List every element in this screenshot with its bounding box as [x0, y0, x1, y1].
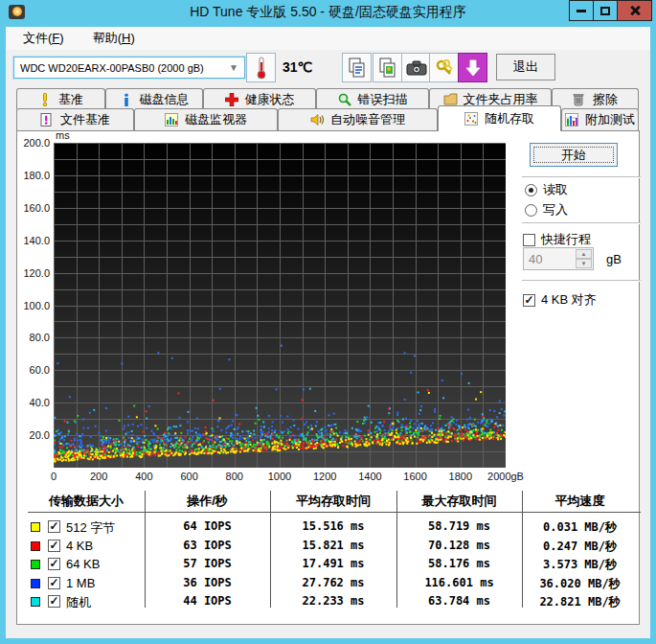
chevron-down-icon: ▼ — [229, 62, 238, 73]
random-access-panel: ms 20.040.060.080.0100.0120.0140.0160.01… — [16, 130, 640, 625]
series-checkbox[interactable]: ✓ — [48, 595, 60, 608]
folder-usage-icon — [443, 93, 459, 106]
chart-plot-area: ms 20.040.060.080.0100.0120.0140.0160.01… — [54, 143, 506, 468]
column-header: 操作/秒 — [145, 493, 270, 510]
screenshot-button[interactable] — [401, 53, 431, 82]
tab-label: 附加测试 — [585, 111, 635, 128]
series-color-swatch — [31, 560, 40, 569]
download-arrow-icon — [464, 59, 482, 77]
save-results-button[interactable] — [458, 53, 487, 82]
copy-image-icon — [378, 58, 397, 79]
temperature-button[interactable] — [246, 53, 276, 82]
title-bar: HD Tune 专业版 5.50 - 硬盘/固态硬盘实用程序 — [0, 0, 656, 27]
series-label: 64 KB — [66, 557, 100, 571]
x-tick-label: 2000gB — [475, 471, 536, 482]
cell-max: 116.601 ms — [396, 576, 522, 589]
radio-icon — [525, 204, 537, 217]
tab-label: 错误扫描 — [358, 91, 408, 108]
spin-up-button[interactable]: ▲ — [576, 249, 592, 259]
drive-select-value: WDC WD20EARX-00PASB0 (2000 gB) — [20, 62, 204, 74]
tab-benchmark[interactable]: 基准 — [16, 88, 105, 109]
copy-text-button[interactable] — [342, 53, 372, 82]
tab-strip: 基准磁盘信息健康状态错误扫描文件夹占用率擦除 文件基准磁盘监视器自动噪音管理随机… — [6, 86, 650, 130]
series-label: 512 字节 — [66, 519, 115, 537]
tab-extra-tests[interactable]: 附加测试 — [561, 108, 639, 130]
tab-disk-info[interactable]: 磁盘信息 — [105, 88, 203, 109]
table-row: ✓512 字节64 IOPS15.516 ms58.719 ms0.031 MB… — [17, 518, 641, 537]
tab-label: 基准 — [58, 91, 83, 108]
options-button[interactable] — [429, 53, 459, 82]
tab-label: 擦除 — [593, 91, 618, 108]
column-header: 最大存取时间 — [396, 493, 522, 510]
cell-speed: 22.821 MB/秒 — [522, 594, 638, 610]
aam-icon — [310, 113, 326, 126]
series-label: 1 MB — [66, 576, 95, 590]
tab-health[interactable]: 健康状态 — [203, 88, 316, 109]
column-header: 平均存取时间 — [270, 493, 396, 510]
tab-erase[interactable]: 擦除 — [552, 88, 639, 109]
short-stroke-checkbox[interactable]: 快捷行程 — [523, 231, 591, 248]
series-checkbox[interactable]: ✓ — [48, 520, 60, 533]
minimize-button[interactable] — [569, 0, 594, 21]
tab-label: 随机存取 — [485, 110, 534, 127]
y-tick-label: 200.0 — [8, 137, 50, 149]
cell-max: 63.784 ms — [396, 594, 522, 608]
cell-iops: 64 IOPS — [145, 519, 270, 533]
minimize-icon — [577, 10, 586, 12]
temperature-value: 31℃ — [283, 59, 312, 75]
y-tick-label: 120.0 — [8, 267, 50, 279]
checkbox-icon — [523, 234, 535, 246]
series-checkbox[interactable]: ✓ — [48, 577, 60, 589]
tab-error-scan[interactable]: 错误扫描 — [316, 88, 429, 109]
tab-label: 自动噪音管理 — [330, 111, 405, 128]
random-access-chart — [54, 143, 506, 468]
start-button[interactable]: 开始 — [530, 143, 618, 167]
spin-down-button[interactable]: ▼ — [576, 259, 592, 268]
series-checkbox[interactable]: ✓ — [48, 540, 60, 552]
series-color-swatch — [31, 579, 40, 588]
cell-avg: 27.762 ms — [270, 576, 396, 589]
tab-disk-monitor[interactable]: 磁盘监视器 — [134, 108, 278, 130]
copy-image-button[interactable] — [373, 53, 402, 82]
drive-select[interactable]: WDC WD20EARX-00PASB0 (2000 gB) ▼ — [13, 57, 245, 79]
results-table: 传输数据大小操作/秒平均存取时间最大存取时间平均速度 ✓512 字节64 IOP… — [17, 491, 641, 615]
menu-file[interactable]: 文件(F) — [23, 30, 64, 47]
series-label: 4 KB — [66, 539, 93, 553]
separator — [522, 176, 641, 178]
cell-iops: 57 IOPS — [145, 557, 270, 570]
y-tick-label: 100.0 — [8, 300, 50, 311]
exit-button[interactable]: 退出 — [496, 54, 555, 80]
column-divider — [145, 491, 146, 608]
erase-icon — [573, 93, 588, 106]
read-radio[interactable]: 读取 — [525, 181, 568, 198]
short-stroke-unit: gB — [606, 252, 622, 266]
series-color-swatch — [31, 541, 40, 551]
radio-icon — [525, 184, 537, 196]
y-tick-label: 60.0 — [8, 364, 50, 376]
maximize-button[interactable] — [593, 0, 618, 21]
window-title: HD Tune 专业版 5.50 - 硬盘/固态硬盘实用程序 — [0, 4, 656, 21]
cell-speed: 3.573 MB/秒 — [522, 557, 638, 573]
tab-file-benchmark[interactable]: 文件基准 — [16, 108, 134, 130]
separator — [522, 222, 641, 224]
maximize-icon — [600, 7, 610, 15]
short-stroke-size-input[interactable]: 40 ▲ ▼ — [523, 247, 594, 270]
cell-max: 70.128 ms — [396, 539, 522, 552]
error-scan-icon — [338, 93, 353, 106]
series-color-swatch — [31, 522, 40, 532]
tab-random-access[interactable]: 随机存取 — [438, 105, 561, 131]
cell-speed: 36.020 MB/秒 — [522, 576, 638, 592]
write-radio[interactable]: 写入 — [525, 201, 568, 218]
cell-max: 58.176 ms — [396, 557, 522, 570]
cell-iops: 63 IOPS — [145, 539, 270, 552]
disk-monitor-icon — [165, 113, 180, 126]
align-4kb-checkbox[interactable]: ✓ 4 KB 对齐 — [523, 291, 597, 309]
series-checkbox[interactable]: ✓ — [48, 558, 60, 570]
separator — [522, 280, 641, 282]
menu-help[interactable]: 帮助(H) — [93, 30, 135, 47]
tab-aam[interactable]: 自动噪音管理 — [278, 108, 438, 130]
client-area: 文件(F) 帮助(H) WDC WD20EARX-00PASB0 (2000 g… — [6, 27, 650, 638]
y-tick-label: 80.0 — [8, 332, 50, 343]
tab-label: 磁盘监视器 — [185, 111, 247, 128]
close-button[interactable] — [617, 0, 652, 21]
